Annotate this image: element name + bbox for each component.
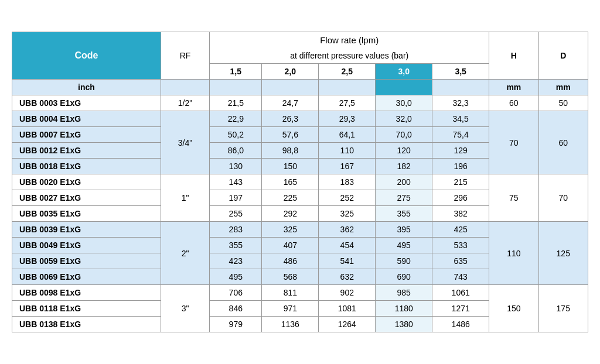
d-cell: 125 (538, 222, 588, 285)
flow-value: 50,2 (210, 127, 262, 143)
row-code: UBB 0018 E1xG (12, 159, 161, 174)
flow-value: 197 (210, 190, 262, 206)
h-cell: 75 (489, 174, 538, 222)
flow-value: 30,0 (376, 95, 432, 111)
flow-value: 225 (262, 190, 319, 206)
row-code: UBB 0049 E1xG (12, 238, 161, 253)
flow-value: 252 (319, 190, 376, 206)
header-inch: inch (12, 80, 161, 95)
flow-value: 425 (432, 222, 489, 238)
flow-value: 382 (432, 206, 489, 222)
header-pressure-5: 3,5 (432, 64, 489, 80)
flow-value: 486 (262, 253, 319, 269)
flow-value: 26,3 (262, 111, 319, 127)
header-pressure-4: 3,0 (376, 64, 432, 80)
header-mm-p1 (210, 80, 262, 95)
row-code: UBB 0035 E1xG (12, 206, 161, 222)
flow-value: 34,5 (432, 111, 489, 127)
flow-value: 1180 (376, 301, 432, 317)
flow-value: 98,8 (262, 143, 319, 159)
flow-value: 1486 (432, 317, 489, 332)
flow-value: 690 (376, 269, 432, 285)
flow-value: 150 (262, 159, 319, 174)
flow-value: 24,7 (262, 95, 319, 111)
flow-value: 183 (319, 174, 376, 190)
header-flow-title: Flow rate (lpm) (210, 32, 489, 49)
flow-value: 1271 (432, 301, 489, 317)
flow-value: 1136 (262, 317, 319, 332)
flow-value: 495 (376, 238, 432, 253)
flow-value: 200 (376, 174, 432, 190)
header-mm-d: mm (538, 80, 588, 95)
flow-value: 362 (319, 222, 376, 238)
flow-value: 1081 (319, 301, 376, 317)
flow-value: 292 (262, 206, 319, 222)
flow-value: 22,9 (210, 111, 262, 127)
header-mm-h: mm (489, 80, 538, 95)
flow-value: 568 (262, 269, 319, 285)
flow-value: 130 (210, 159, 262, 174)
flow-value: 632 (319, 269, 376, 285)
flow-value: 811 (262, 285, 319, 301)
flow-value: 129 (432, 143, 489, 159)
h-cell: 70 (489, 111, 538, 174)
flow-value: 541 (319, 253, 376, 269)
header-rf-sub (161, 80, 209, 95)
header-flow-subtitle: at different pressure values (bar) (210, 48, 489, 64)
flow-value: 29,3 (319, 111, 376, 127)
flow-value: 395 (376, 222, 432, 238)
row-code: UBB 0007 E1xG (12, 127, 161, 143)
flow-value: 120 (376, 143, 432, 159)
header-pressure-3: 2,5 (319, 64, 376, 80)
flow-value: 283 (210, 222, 262, 238)
flow-value: 971 (262, 301, 319, 317)
row-code: UBB 0012 E1xG (12, 143, 161, 159)
row-code: UBB 0039 E1xG (12, 222, 161, 238)
flow-value: 1264 (319, 317, 376, 332)
row-code: UBB 0004 E1xG (12, 111, 161, 127)
flow-value: 275 (376, 190, 432, 206)
flow-value: 423 (210, 253, 262, 269)
flow-value: 635 (432, 253, 489, 269)
flow-value: 454 (319, 238, 376, 253)
flow-value: 1380 (376, 317, 432, 332)
rf-cell: 3" (161, 285, 209, 332)
flow-value: 64,1 (319, 127, 376, 143)
flow-value: 706 (210, 285, 262, 301)
flow-value: 533 (432, 238, 489, 253)
h-cell: 110 (489, 222, 538, 285)
rf-cell: 1" (161, 174, 209, 222)
header-mm-p5 (432, 80, 489, 95)
row-code: UBB 0138 E1xG (12, 317, 161, 332)
flow-value: 32,3 (432, 95, 489, 111)
flow-value: 743 (432, 269, 489, 285)
header-pressure-1: 1,5 (210, 64, 262, 80)
d-cell: 175 (538, 285, 588, 332)
flow-value: 325 (262, 222, 319, 238)
header-code: Code (12, 32, 161, 80)
rf-cell: 1/2" (161, 95, 209, 111)
flow-value: 70,0 (376, 127, 432, 143)
rf-cell: 3/4" (161, 111, 209, 174)
header-mm-p3 (319, 80, 376, 95)
flow-value: 32,0 (376, 111, 432, 127)
flow-value: 495 (210, 269, 262, 285)
flow-value: 1061 (432, 285, 489, 301)
flow-value: 985 (376, 285, 432, 301)
flow-value: 590 (376, 253, 432, 269)
data-table: Code RF Flow rate (lpm) H D at different… (12, 32, 588, 332)
row-code: UBB 0098 E1xG (12, 285, 161, 301)
rf-cell: 2" (161, 222, 209, 285)
header-mm-p4 (376, 80, 432, 95)
row-code: UBB 0020 E1xG (12, 174, 161, 190)
d-cell: 50 (538, 95, 588, 111)
flow-value: 196 (432, 159, 489, 174)
flow-value: 182 (376, 159, 432, 174)
header-mm-p2 (262, 80, 319, 95)
flow-value: 110 (319, 143, 376, 159)
flow-value: 979 (210, 317, 262, 332)
row-code: UBB 0069 E1xG (12, 269, 161, 285)
flow-value: 21,5 (210, 95, 262, 111)
flow-value: 57,6 (262, 127, 319, 143)
header-rf: RF (161, 32, 209, 80)
